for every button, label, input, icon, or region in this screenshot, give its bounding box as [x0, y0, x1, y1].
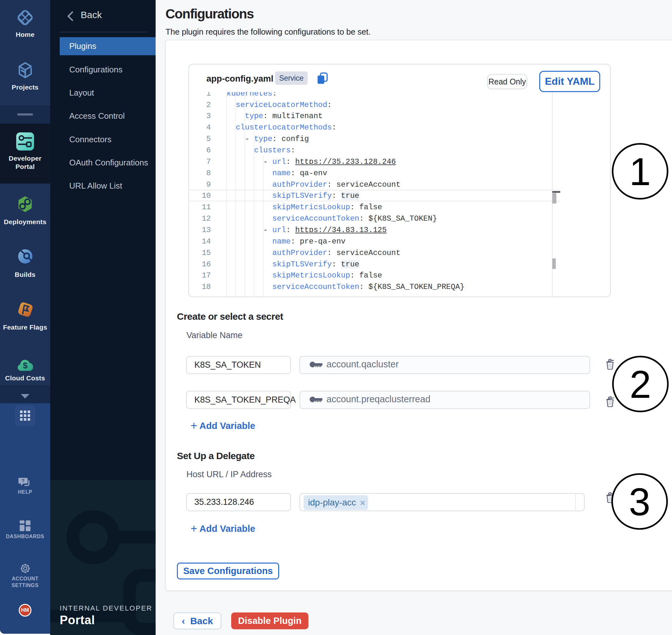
svg-text:$: $: [23, 361, 28, 370]
svg-text:?: ?: [22, 478, 24, 483]
